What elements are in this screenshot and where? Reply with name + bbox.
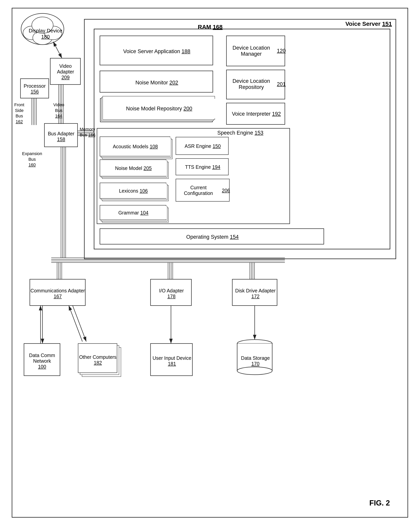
noise-model-repo: Noise Model Repository 200 — [103, 99, 215, 118]
acoustic-models: Acoustic Models 108 — [100, 137, 170, 156]
display-device: Display Device180 — [28, 19, 63, 49]
speech-engine-label: Speech Engine 153 — [217, 130, 263, 136]
video-adapter: Video Adapter209 — [50, 60, 81, 84]
grammar: Grammar 104 — [100, 206, 167, 219]
voice-server-label: Voice Server 151 — [345, 20, 392, 27]
svg-line-77 — [73, 305, 86, 341]
lexicons: Lexicons 106 — [100, 184, 167, 198]
current-config: Current Configuration 206 — [176, 180, 230, 201]
bus-adapter: Bus Adapter158 — [45, 125, 78, 148]
other-computers: Other Computers182 — [78, 346, 117, 374]
svg-point-83 — [237, 340, 272, 347]
data-comm-network: Data Comm Network100 — [24, 345, 60, 377]
tts-engine: TTS Engine 194 — [176, 160, 229, 174]
svg-rect-86 — [238, 344, 272, 345]
device-location-repo: Device Location Repository 201 — [227, 71, 286, 98]
asr-engine: ASR Engine 150 — [176, 138, 229, 154]
expansion-bus-label: ExpansionBus160 — [22, 151, 42, 168]
noise-monitor: Noise Monitor 202 — [100, 74, 213, 91]
data-storage: Data Storage170 — [238, 352, 273, 370]
device-location-manager: Device Location Manager 120 — [227, 37, 286, 65]
user-input-device: User Input Device181 — [151, 345, 193, 377]
noise-model: Noise Model 205 — [100, 160, 167, 176]
comms-adapter: Communications Adapter167 — [30, 281, 86, 306]
video-bus-label: VideoBus164 — [53, 102, 64, 119]
voice-interpreter: Voice Interpreter 192 — [227, 104, 286, 124]
memory-bus-label: MemoryBus 166 — [80, 127, 95, 138]
io-adapter: I/O Adapter178 — [151, 281, 192, 306]
voice-server-app: Voice Server Application 188 — [100, 39, 213, 64]
diagram-container: Voice Server 151 RAM 168 Voice Server Ap… — [12, 8, 408, 518]
svg-line-78 — [69, 305, 82, 341]
operating-system: Operating System 154 — [100, 230, 325, 244]
figure-label: FIG. 2 — [369, 499, 390, 507]
ram-label: RAM 168 — [198, 24, 223, 30]
processor: Processor156 — [20, 80, 49, 98]
disk-adapter: Disk Drive Adapter172 — [233, 281, 278, 306]
front-side-bus-label: FrontSideBus162 — [14, 102, 24, 124]
